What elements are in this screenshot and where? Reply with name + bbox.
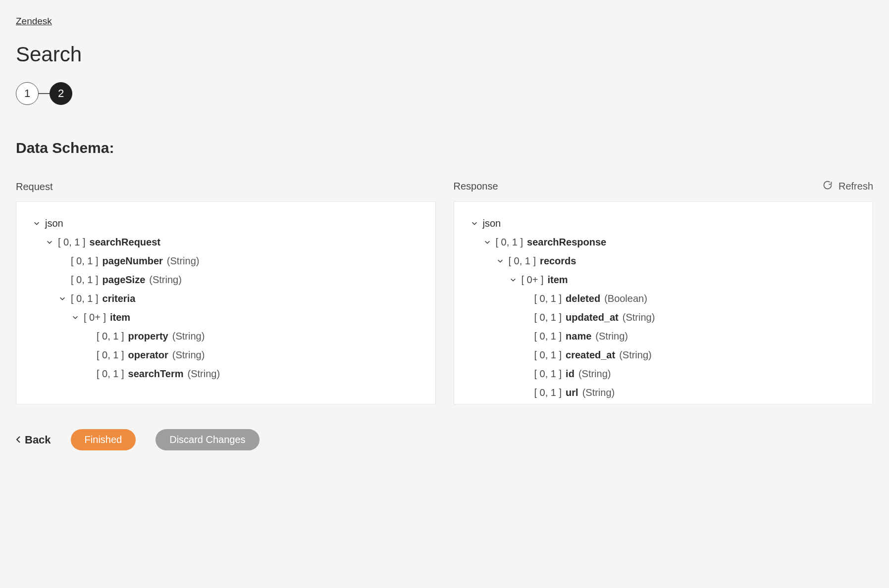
- field-name: deleted: [566, 292, 600, 305]
- tree-row: [ 0, 1 ] id (String): [470, 364, 857, 383]
- field-type: (String): [172, 348, 205, 362]
- breadcrumb-link[interactable]: Zendesk: [16, 16, 52, 26]
- field-name: searchTerm: [128, 367, 184, 381]
- field-name: searchRequest: [90, 235, 160, 249]
- field-name: searchResponse: [527, 235, 606, 249]
- field-name: url: [566, 386, 578, 399]
- refresh-button[interactable]: Refresh: [823, 180, 873, 193]
- cardinality: [ 0, 1 ]: [58, 235, 86, 249]
- field-name: item: [110, 310, 130, 324]
- tree-row[interactable]: [ 0+ ] item: [32, 308, 419, 327]
- field-name: created_at: [566, 348, 615, 362]
- cardinality: [ 0, 1 ]: [71, 292, 99, 305]
- refresh-icon: [823, 180, 833, 193]
- cardinality: [ 0, 1 ]: [71, 273, 99, 287]
- step-connector: [39, 93, 50, 94]
- back-button[interactable]: Back: [16, 434, 51, 446]
- field-name: property: [128, 329, 168, 343]
- cardinality: [ 0, 1 ]: [534, 310, 562, 324]
- tree-row: [ 0, 1 ] name (String): [470, 327, 857, 345]
- cardinality: [ 0, 1 ]: [534, 329, 562, 343]
- chevron-down-icon[interactable]: [32, 220, 41, 227]
- tree-row: [ 0, 1 ] updated_at (String): [470, 308, 857, 327]
- stepper: 1 2: [16, 82, 873, 105]
- cardinality: [ 0, 1 ]: [97, 367, 124, 381]
- cardinality: [ 0+ ]: [84, 310, 106, 324]
- chevron-down-icon[interactable]: [45, 239, 54, 245]
- chevron-down-icon[interactable]: [58, 295, 67, 302]
- cardinality: [ 0, 1 ]: [534, 386, 562, 399]
- cardinality: [ 0, 1 ]: [534, 292, 562, 305]
- field-name: id: [566, 367, 575, 381]
- chevron-down-icon[interactable]: [71, 314, 80, 321]
- field-type: (String): [167, 254, 200, 268]
- cardinality: [ 0, 1 ]: [97, 348, 124, 362]
- cardinality: [ 0, 1 ]: [71, 254, 99, 268]
- page-title: Search: [16, 43, 873, 66]
- tree-row: [ 0, 1 ] searchTerm (String): [32, 364, 419, 383]
- request-schema-panel[interactable]: json[ 0, 1 ] searchRequest[ 0, 1 ] pageN…: [16, 201, 436, 404]
- discard-changes-button[interactable]: Discard Changes: [156, 429, 259, 450]
- cardinality: [ 0, 1 ]: [509, 254, 536, 268]
- field-type: (String): [623, 310, 655, 324]
- field-name: json: [483, 216, 501, 230]
- chevron-down-icon[interactable]: [496, 257, 505, 264]
- tree-row[interactable]: json: [32, 214, 419, 233]
- step-2[interactable]: 2: [50, 82, 72, 105]
- tree-row: [ 0, 1 ] nextPage (String): [470, 402, 857, 404]
- finished-button[interactable]: Finished: [71, 429, 136, 450]
- field-name: updated_at: [566, 310, 619, 324]
- cardinality: [ 0+ ]: [522, 273, 544, 287]
- request-column-label: Request: [16, 181, 436, 193]
- field-type: (String): [578, 367, 611, 381]
- tree-row[interactable]: json: [470, 214, 857, 233]
- tree-row[interactable]: [ 0, 1 ] searchRequest: [32, 233, 419, 251]
- response-column-label: Response: [454, 181, 498, 192]
- tree-row: [ 0, 1 ] pageSize (String): [32, 270, 419, 289]
- field-name: pageSize: [103, 273, 146, 287]
- field-name: operator: [128, 348, 168, 362]
- tree-row: [ 0, 1 ] deleted (Boolean): [470, 289, 857, 308]
- field-type: (String): [188, 367, 220, 381]
- tree-row: [ 0, 1 ] url (String): [470, 383, 857, 402]
- response-schema-panel[interactable]: json[ 0, 1 ] searchResponse[ 0, 1 ] reco…: [454, 201, 874, 404]
- cardinality: [ 0, 1 ]: [496, 235, 523, 249]
- cardinality: [ 0, 1 ]: [534, 348, 562, 362]
- refresh-label: Refresh: [838, 181, 873, 192]
- field-name: criteria: [103, 292, 136, 305]
- chevron-left-icon: [16, 434, 21, 446]
- field-name: pageNumber: [103, 254, 163, 268]
- chevron-down-icon[interactable]: [470, 220, 479, 227]
- step-1[interactable]: 1: [16, 82, 39, 105]
- field-name: name: [566, 329, 591, 343]
- cardinality: [ 0, 1 ]: [97, 329, 124, 343]
- field-type: (Boolean): [604, 292, 647, 305]
- chevron-down-icon[interactable]: [509, 276, 518, 283]
- tree-row: [ 0, 1 ] pageNumber (String): [32, 251, 419, 270]
- tree-row: [ 0, 1 ] property (String): [32, 327, 419, 345]
- field-type: (String): [595, 329, 628, 343]
- field-type: (String): [619, 348, 652, 362]
- tree-row[interactable]: [ 0+ ] item: [470, 270, 857, 289]
- field-name: item: [548, 273, 568, 287]
- cardinality: [ 0, 1 ]: [534, 367, 562, 381]
- back-label: Back: [25, 434, 51, 446]
- tree-row[interactable]: [ 0, 1 ] searchResponse: [470, 233, 857, 251]
- field-name: records: [540, 254, 576, 268]
- field-type: (String): [172, 329, 205, 343]
- chevron-down-icon[interactable]: [483, 239, 492, 245]
- tree-row[interactable]: [ 0, 1 ] records: [470, 251, 857, 270]
- field-type: (String): [149, 273, 182, 287]
- field-name: json: [45, 216, 63, 230]
- tree-row: [ 0, 1 ] created_at (String): [470, 345, 857, 364]
- data-schema-heading: Data Schema:: [16, 140, 873, 156]
- field-type: (String): [582, 386, 615, 399]
- tree-row[interactable]: [ 0, 1 ] criteria: [32, 289, 419, 308]
- tree-row: [ 0, 1 ] operator (String): [32, 345, 419, 364]
